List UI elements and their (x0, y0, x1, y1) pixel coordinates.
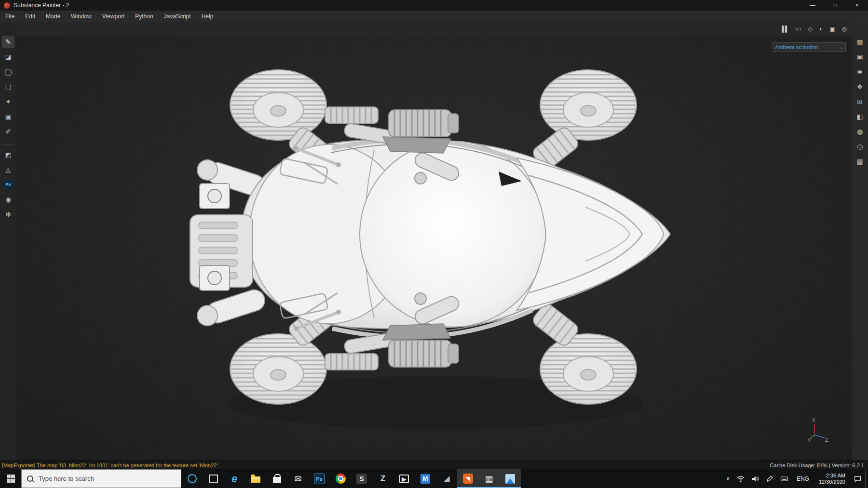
plugins-icon[interactable]: ✻ (2, 208, 14, 221)
mail-icon: ✉ (294, 474, 301, 484)
pause-icon[interactable]: ▌▌ (782, 26, 788, 32)
taskbar-app-photoshop[interactable]: Ps (309, 469, 330, 488)
store-icon (273, 477, 281, 483)
taskbar-app-photos[interactable] (500, 469, 521, 488)
smudge-tool-icon[interactable]: ✦ (2, 95, 14, 108)
search-input[interactable] (38, 475, 160, 483)
taskbar-app-mail[interactable]: ✉ (287, 469, 309, 488)
taskbar-app-microsoft-store[interactable] (266, 469, 287, 488)
viewport-frame-icon[interactable]: ▭ (796, 26, 800, 32)
menu-file[interactable]: File (0, 11, 20, 22)
zbrush-icon: Z (380, 474, 385, 484)
maximize-button[interactable]: □ (824, 0, 846, 11)
camera-settings-panel-icon[interactable]: ◧ (854, 110, 866, 123)
cache-version-info: Cache Disk Usage: 81% | Version: 6.2.1 (770, 462, 868, 468)
viewport-3d[interactable]: Ambient occlusion ⌄ X Y Z (16, 36, 852, 461)
particles-tool-icon[interactable]: ◩ (2, 148, 14, 161)
left-tool-rail: ✎ ◪ ◯ ▢ ✦ ▣ ✐ ◩ ◬ Ps ◉ ✻ (0, 22, 16, 461)
touch-keyboard-icon[interactable] (777, 469, 792, 488)
movies-tv-icon: ▶ (399, 475, 409, 483)
perspective-cube-icon[interactable]: ◇ (808, 26, 812, 32)
shading-mode-dropdown[interactable]: Ambient occlusion ⌄ (773, 42, 846, 52)
windows-logo-icon (7, 475, 15, 483)
photoshop-export-icon[interactable]: Ps (2, 178, 14, 191)
tray-clock[interactable]: 2:36 AM 12/30/2020 (814, 469, 850, 488)
taskbar-search[interactable] (21, 469, 181, 488)
taskbar-app-chrome[interactable] (330, 469, 351, 488)
iray-render-icon[interactable]: ◉ (2, 193, 14, 206)
taskbar-app-file-explorer[interactable] (245, 469, 266, 488)
tool-divider (3, 144, 13, 145)
taskbar-app-zbrush[interactable]: Z (372, 469, 393, 488)
symmetry-tool-icon[interactable]: ◬ (2, 163, 14, 176)
title-bar: Substance Painter - 2 — □ × (0, 0, 868, 11)
taskbar-app-microsoft-edge[interactable]: e (224, 469, 245, 488)
media-grid-icon: ▦ (485, 474, 493, 484)
substance-launcher-icon: ◥ (463, 474, 473, 484)
taskbar-app-media-grid[interactable]: ▦ (478, 469, 500, 488)
minimize-button[interactable]: — (801, 0, 824, 11)
clone-tool-icon[interactable]: ▣ (2, 110, 14, 123)
menu-edit[interactable]: Edit (20, 11, 41, 22)
eraser-tool-icon[interactable]: ◪ (2, 51, 14, 63)
taskbar-app-media-player[interactable]: ◢ (436, 469, 457, 488)
taskbar-app-movies-tv[interactable]: ▶ (393, 469, 415, 488)
menu-javascript[interactable]: JavaScript (159, 11, 196, 22)
windows-taskbar: e ✉ Ps S Z ▶ M ◢ ◥ ▦ ∧ ENG (0, 469, 868, 488)
layers-panel-icon[interactable]: ≣ (854, 66, 866, 78)
tray-date: 12/30/2020 (819, 479, 845, 485)
chevron-down-icon: ⌄ (840, 45, 843, 50)
menu-window[interactable]: Window (66, 11, 97, 22)
log-panel-icon[interactable]: ▤ (854, 155, 866, 168)
menu-viewport[interactable]: Viewport (97, 11, 130, 22)
show-desktop-button[interactable] (865, 469, 868, 488)
projection-tool-icon[interactable]: ◯ (2, 66, 14, 78)
file-explorer-icon (251, 476, 260, 483)
texture-set-list-panel-icon[interactable]: ▣ (854, 51, 866, 63)
viewport-3d-model (16, 36, 852, 461)
app-m-icon: M (420, 474, 430, 484)
pen-icon[interactable] (762, 469, 777, 488)
viewer-settings-panel-icon[interactable]: ◍ (854, 125, 866, 138)
media-player-icon: ◢ (443, 474, 449, 484)
svg-text:X: X (812, 418, 815, 423)
photoshop-icon: Ps (314, 474, 325, 484)
network-wifi-icon[interactable] (733, 469, 748, 488)
menu-python[interactable]: Python (130, 11, 158, 22)
material-sphere-icon[interactable]: ◐ (819, 26, 822, 32)
language-indicator[interactable]: ENG (792, 469, 814, 488)
paint-tool-icon[interactable]: ✎ (2, 36, 14, 48)
substance-painter-window: Substance Painter - 2 — □ × File Edit Mo… (0, 0, 868, 488)
display-settings-panel-icon[interactable]: ⊞ (854, 95, 866, 108)
viewport-toolbar: ▌▌ ▭ ◇ ◐ ▣ ◎ (16, 22, 852, 36)
shelf-panel-icon[interactable]: ❖ (854, 80, 866, 93)
tray-time: 2:36 AM (819, 473, 845, 479)
material-picker-tool-icon[interactable]: ✐ (2, 125, 14, 138)
menu-mode[interactable]: Mode (41, 11, 66, 22)
window-title: Substance Painter - 2 (14, 2, 69, 9)
tray-chevron-up-icon[interactable]: ∧ (723, 469, 733, 488)
shading-mode-value: Ambient occlusion (775, 44, 818, 50)
photos-icon (505, 474, 515, 484)
svg-text:Z: Z (825, 437, 828, 443)
camera-capture-icon[interactable]: ◎ (842, 26, 846, 32)
taskbar-app-m[interactable]: M (415, 469, 436, 488)
taskbar-app-substance-launcher[interactable]: ◥ (457, 469, 478, 488)
polygon-fill-tool-icon[interactable]: ▢ (2, 80, 14, 93)
edge-icon: e (231, 473, 237, 485)
action-center-icon[interactable] (850, 469, 865, 488)
texture-set-settings-panel-icon[interactable]: ▦ (854, 36, 866, 48)
system-tray: ∧ ENG 2:36 AM 12/30/2020 (723, 469, 868, 488)
taskbar-app-substance-painter[interactable]: S (351, 469, 372, 488)
camera-video-icon[interactable]: ▣ (829, 26, 834, 32)
cortana-button[interactable] (181, 469, 203, 488)
start-button[interactable] (0, 469, 21, 488)
menu-bar: File Edit Mode Window Viewport Python Ja… (0, 11, 868, 23)
close-button[interactable]: × (846, 0, 868, 11)
task-view-button[interactable] (203, 469, 224, 488)
history-panel-icon[interactable]: ◷ (854, 140, 866, 153)
svg-text:Y: Y (807, 438, 811, 443)
menu-help[interactable]: Help (196, 11, 219, 22)
volume-icon[interactable] (748, 469, 762, 488)
axis-gizmo[interactable]: X Y Z (807, 418, 829, 443)
